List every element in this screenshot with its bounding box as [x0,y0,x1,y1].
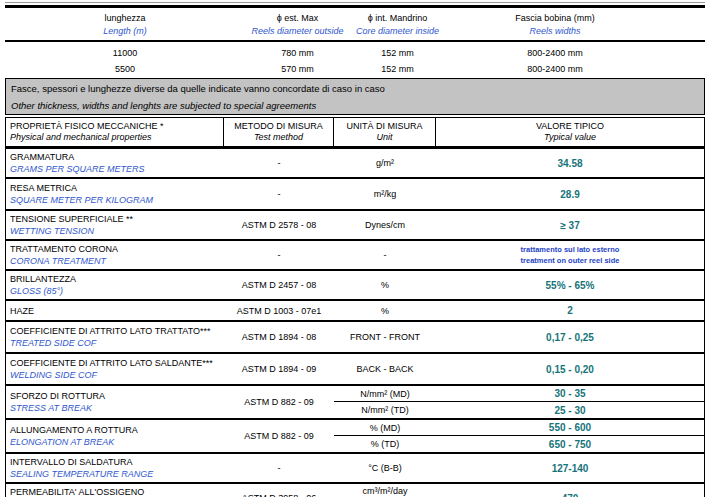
property-name: RESA METRICA SQUARE METER PER KILOGRAM [6,180,224,208]
test-method: - [224,463,334,473]
property-name: BRILLANTEZZA GLOSS (85°) [6,271,224,299]
unit: N/mm² (TD) [334,405,436,415]
typical-value: 0,17 - 0,25 [436,332,704,343]
col-label-en: Reels widths [445,23,665,38]
property-name: SFORZO DI ROTTURA STRESS AT BREAK [6,388,224,416]
width-value: 800-2400 mm [445,59,665,74]
property-name-en: GRAMS PER SQUARE METERS [10,162,222,174]
property-name-en: WELDING SIDE COF [10,368,222,380]
typical-value: 28.9 [436,189,704,200]
reels-col-widths: Fascia bobina (mm) Reels widths [445,11,665,38]
header-method-it: METODO DI MISURA [226,121,331,131]
property-name: ALLUNGAMENTO A ROTTURA ELONGATION AT BRE… [6,422,224,450]
reels-table-header: lunghezza Length (m) ϕ est. Max Reels di… [5,8,705,42]
core-diameter-value: 152 mm [350,43,445,58]
header-value-it: VALORE TIPICO [438,121,702,131]
properties-table: PROPRIETÀ FISICO MECCANICHE * Physical a… [5,117,705,497]
table-row-haze: HAZE ASTM D 1003 - 07e1 % 2 [6,301,704,322]
typical-value: 470 [436,493,704,497]
property-name-en: ELONGATION AT BREAK [10,435,222,447]
property-name-en: SQUARE METER PER KILOGRAM [10,193,222,205]
col-label-it: lunghezza [5,11,245,23]
typical-value: trattamento sul lato esterno treatment o… [436,244,704,267]
special-agreements-notice: Fasce, spessori e lunghezze diverse da q… [5,78,705,115]
reels-col-core-diameter: ϕ int. Mandrino Core diameter inside [350,11,445,38]
col-label-en: Length (m) [5,23,245,38]
test-method: - [224,189,334,199]
property-name-it: COEFFICIENTE DI ATTRITO LATO SALDANTE*** [10,358,222,368]
test-method: - [224,158,334,168]
test-method: ASTM D 882 - 09 [224,397,334,407]
notice-text-it: Fasce, spessori e lunghezze diverse da q… [11,83,699,94]
unit: % (MD) [334,423,436,433]
header-method: METODO DI MISURA Test method [224,118,334,146]
col-label-en: Core diameter inside [350,23,445,38]
col-label-it: ϕ est. Max [245,11,350,23]
length-value: 5500 [5,59,245,74]
typical-value: ≥ 37 [436,220,704,231]
header-unit: UNITÀ DI MISURA Unit [334,118,436,146]
property-name: TRATTAMENTO CORONA CORONA TREATMENT [6,241,224,269]
reels-col-length: lunghezza Length (m) [5,11,245,38]
md-td-subrows: N/mm² (MD) 30 - 35 N/mm² (TD) 25 - 30 [334,386,704,418]
typical-value: 550 - 600 [436,422,704,433]
typical-value: 127-140 [436,463,704,474]
core-diameter-value: 152 mm [350,59,445,74]
table-row-intervallo-di-saldatura: INTERVALLO DI SALDATURA SEALING TEMPERAT… [6,454,704,484]
test-method: ASTM D 1894 - 09 [224,364,334,374]
test-method: ASTM D 1894 - 08 [224,332,334,342]
property-name-it: COEFFICIENTE DI ATTRITO LATO TRATTATO*** [10,326,222,336]
col-label-it: Fascia bobina (mm) [445,11,665,23]
md-td-subrows: % (MD) 550 - 600 % (TD) 650 - 750 [334,420,704,452]
property-name-it: BRILLANTEZZA [10,274,222,284]
header-unit-en: Unit [336,131,433,142]
table-row-allungamento-a-rottura: ALLUNGAMENTO A ROTTURA ELONGATION AT BRE… [6,420,704,454]
property-name-en: TREATED SIDE COF [10,336,222,348]
subrow-td: % (TD) 650 - 750 [334,436,704,452]
property-name-en: WETTING TENSION [10,224,222,236]
length-value: 11000 [5,43,245,58]
header-unit-it: UNITÀ DI MISURA [336,121,433,131]
test-method: ASTM D 882 - 09 [224,431,334,441]
properties-table-header: PROPRIETÀ FISICO MECCANICHE * Physical a… [6,118,704,149]
test-method: ASTM D 2578 - 08 [224,220,334,230]
property-name-it: RESA METRICA [10,183,222,193]
header-property-en: Physical and mechanical properties [10,131,221,142]
unit: N/mm² (MD) [334,389,436,399]
property-name-it: GRAMMATURA [10,152,222,162]
typical-value: 25 - 30 [436,405,704,416]
property-name-it: TENSIONE SUPERFICIALE ** [10,214,222,224]
typical-value: 55% - 65% [436,280,704,291]
unit: cm³/m²/day 23°C - 0 Ur% [334,486,436,497]
table-row-cof-trattato: COEFFICIENTE DI ATTRITO LATO TRATTATO***… [6,322,704,354]
typical-value: 650 - 750 [436,439,704,450]
col-label-en: Reels diameter outside [245,23,350,38]
property-name: HAZE [6,303,224,319]
header-value-en: Typical value [438,131,702,142]
datasheet-page: lunghezza Length (m) ϕ est. Max Reels di… [5,2,705,497]
notice-text-en: Other thickness, widths and lenghts are … [11,100,699,111]
property-name: INTERVALLO DI SALDATURA SEALING TEMPERAT… [6,454,224,482]
property-name: GRAMMATURA GRAMS PER SQUARE METERS [6,149,224,177]
table-row-cof-saldante: COEFFICIENTE DI ATTRITO LATO SALDANTE***… [6,354,704,386]
unit: % (TD) [334,439,436,449]
table-row-trattamento-corona: TRATTAMENTO CORONA CORONA TREATMENT - - … [6,241,704,271]
treatment-note-line1: trattamento sul lato esterno [436,244,704,255]
property-name-en: CORONA TREATMENT [10,254,222,266]
reels-col-outer-diameter: ϕ est. Max Reels diameter outside [245,11,350,38]
unit: m²/kg [334,189,436,199]
col-label-it: ϕ int. Mandrino [350,11,445,23]
typical-value: 0,15 - 0,20 [436,364,704,375]
property-name-it: ALLUNGAMENTO A ROTTURA [10,425,222,435]
header-value: VALORE TIPICO Typical value [436,118,704,146]
property-name-en: GLOSS (85°) [10,284,222,296]
table-row-resa-metrica: RESA METRICA SQUARE METER PER KILOGRAM -… [6,179,704,211]
treatment-note-line2: treatment on outer reel side [436,255,704,266]
table-row: 5500 570 mm 152 mm 800-2400 mm [5,58,705,74]
unit: g/m² [334,158,436,168]
test-method: ASTM D 2457 - 08 [224,280,334,290]
property-name: COEFFICIENTE DI ATTRITO LATO TRATTATO***… [6,323,224,351]
header-property-it: PROPRIETÀ FISICO MECCANICHE * [10,121,221,131]
property-name-it: SFORZO DI ROTTURA [10,391,222,401]
property-name-en: SEALING TEMPERATURE RANGE [10,467,222,479]
